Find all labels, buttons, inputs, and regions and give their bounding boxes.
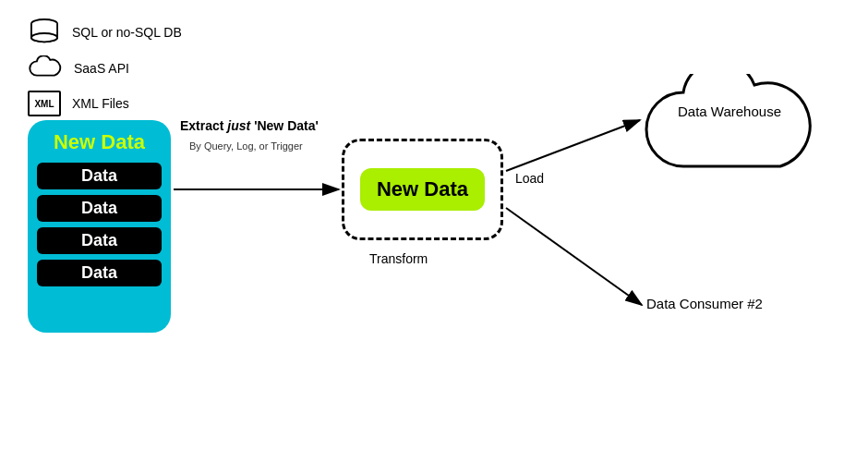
- data-warehouse-cloud: Data Warehouse: [637, 74, 822, 198]
- data-row-4: Data: [37, 260, 162, 286]
- xml-icon: XML: [28, 91, 61, 116]
- transform-label: Transform: [369, 251, 428, 266]
- svg-point-1: [31, 33, 57, 42]
- database-icon: [28, 18, 61, 46]
- source-box: New Data Data Data Data Data: [28, 120, 171, 333]
- legend-label-xml: XML Files: [72, 96, 129, 111]
- data-row-1: Data: [37, 163, 162, 189]
- transform-new-data-label: New Data: [377, 177, 468, 201]
- diagram-container: SQL or no-SQL DB SaaS API XML XML Files …: [0, 0, 868, 462]
- legend-item-saas: SaaS API: [28, 55, 182, 81]
- cloud-warehouse-svg: [637, 74, 822, 194]
- data-consumer-label: Data Consumer #2: [646, 296, 763, 311]
- by-query-label: By Query, Log, or Trigger: [189, 140, 303, 152]
- svg-line-4: [506, 120, 640, 171]
- svg-line-5: [506, 208, 642, 305]
- legend-item-db: SQL or no-SQL DB: [28, 18, 182, 46]
- extract-label: Extract just 'New Data': [180, 118, 319, 133]
- data-row-2: Data: [37, 195, 162, 222]
- data-row-3: Data: [37, 227, 162, 254]
- cloud-icon-small: [28, 55, 63, 81]
- transform-box: New Data: [342, 139, 503, 240]
- legend-item-xml: XML XML Files: [28, 91, 182, 116]
- legend-label-db: SQL or no-SQL DB: [72, 25, 182, 40]
- legend: SQL or no-SQL DB SaaS API XML XML Files: [28, 18, 182, 116]
- load-label: Load: [515, 171, 544, 186]
- legend-label-saas: SaaS API: [74, 61, 129, 76]
- source-new-data-label: New Data: [54, 131, 145, 153]
- data-warehouse-label: Data Warehouse: [637, 103, 822, 119]
